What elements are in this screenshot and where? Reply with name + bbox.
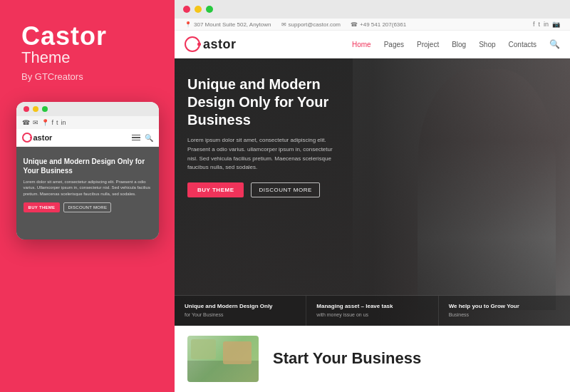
hero-title: Unique and Modern Design Only for Your B… bbox=[187, 76, 358, 129]
mobile-hero-buttons: BUY THEME DISCOUNT MORE bbox=[24, 202, 152, 212]
envelope-icon: ✉ bbox=[281, 21, 286, 28]
desktop-site: 📍 307 Mount Suite 502, Anytown ✉ support… bbox=[175, 19, 570, 392]
mobile-logo: astor bbox=[22, 133, 53, 143]
linkedin-icon: in bbox=[61, 119, 66, 126]
phone-icon: ☎ bbox=[22, 119, 30, 126]
hero-feature-1-text: for Your Business bbox=[185, 311, 296, 319]
info-bar-address: 📍 307 Mount Suite 502, Anytown bbox=[185, 21, 271, 28]
mobile-hero: Unique and Modern Design Only for Your B… bbox=[16, 147, 159, 239]
hero-feature-2-text: with money issue on us bbox=[316, 311, 428, 319]
mobile-nav-bar: ☎ ✉ 📍 f t in bbox=[16, 116, 159, 129]
mobile-dot-red bbox=[24, 106, 29, 112]
nav-item-contacts[interactable]: Contacts bbox=[509, 41, 537, 48]
map-pin-icon: 📍 bbox=[185, 21, 192, 28]
email-text: support@castor.com bbox=[289, 21, 341, 28]
info-bar-left: 📍 307 Mount Suite 502, Anytown ✉ support… bbox=[185, 21, 406, 28]
mobile-mockup: ☎ ✉ 📍 f t in astor 🔍 bbox=[16, 102, 159, 239]
nav-logo-text: astor bbox=[203, 37, 237, 52]
nav-logo: astor bbox=[185, 36, 237, 52]
start-section: Start Your Business bbox=[175, 326, 570, 392]
nav-item-project[interactable]: Project bbox=[417, 41, 439, 48]
mobile-discount-button[interactable]: DISCOUNT MORE bbox=[63, 202, 111, 212]
hero-buttons: BUY THEME DISCOUNT MORE bbox=[187, 182, 557, 197]
hero-feature-2: Managing asset – leave task with money i… bbox=[306, 296, 438, 326]
nav-logo-dot bbox=[197, 43, 201, 46]
nav-menu: Home Pages Project Blog Shop Contacts 🔍 bbox=[352, 39, 560, 49]
hero-feature-3-title: We help you to Grow Your bbox=[449, 303, 560, 309]
mobile-hero-content: Unique and Modern Design Only for Your B… bbox=[24, 157, 152, 212]
mobile-dot-yellow bbox=[33, 106, 38, 112]
hero-feature-2-title: Managing asset – leave task bbox=[316, 303, 428, 309]
mobile-header: astor 🔍 bbox=[16, 129, 159, 147]
hero-feature-3-text: Business bbox=[449, 311, 560, 319]
info-bar-email: ✉ support@castor.com bbox=[281, 21, 341, 28]
chrome-dot-red bbox=[183, 6, 190, 13]
hero-content: Unique and Modern Design Only for Your B… bbox=[175, 58, 570, 295]
mobile-search-icon[interactable]: 🔍 bbox=[145, 134, 153, 142]
mobile-dot-green bbox=[42, 106, 48, 112]
mobile-hero-title: Unique and Modern Design Only for Your B… bbox=[24, 157, 152, 175]
hero-feature-1: Unique and Modern Design Only for Your B… bbox=[175, 296, 306, 326]
nav-item-blog[interactable]: Blog bbox=[452, 41, 466, 48]
twitter-icon[interactable]: t bbox=[538, 21, 540, 28]
info-bar: 📍 307 Mount Suite 502, Anytown ✉ support… bbox=[175, 19, 570, 31]
mobile-logo-c-icon bbox=[22, 133, 32, 143]
chrome-dot-green bbox=[206, 6, 213, 13]
start-title: Start Your Business bbox=[273, 349, 557, 368]
by-line: By GTCreators bbox=[21, 71, 83, 82]
info-bar-phone: ☎ +49 541 207(6361 bbox=[351, 21, 406, 28]
chrome-dot-yellow bbox=[195, 6, 202, 13]
hero-feature-3: We help you to Grow Your Business bbox=[439, 296, 570, 326]
nav-item-home[interactable]: Home bbox=[352, 41, 371, 48]
nav-search-icon[interactable]: 🔍 bbox=[549, 39, 560, 49]
main-nav: astor Home Pages Project Blog Shop Conta… bbox=[175, 31, 570, 58]
right-panel: 📍 307 Mount Suite 502, Anytown ✉ support… bbox=[175, 0, 570, 392]
mobile-top-bar bbox=[16, 102, 159, 116]
hero-features: Unique and Modern Design Only for Your B… bbox=[175, 295, 570, 326]
brand-title: Castor bbox=[21, 21, 107, 51]
nav-item-shop[interactable]: Shop bbox=[479, 41, 495, 48]
left-panel: Castor Theme By GTCreators ☎ ✉ 📍 f t in bbox=[0, 0, 175, 392]
nav-item-pages[interactable]: Pages bbox=[384, 41, 404, 48]
facebook-icon[interactable]: f bbox=[533, 21, 535, 28]
hero-feature-1-title: Unique and Modern Design Only bbox=[185, 303, 296, 309]
phone-icon: ☎ bbox=[351, 21, 358, 28]
info-bar-social: f t in 📷 bbox=[533, 21, 560, 28]
brand-subtitle: Theme bbox=[21, 48, 70, 67]
mobile-logo-text: astor bbox=[33, 133, 53, 142]
facebook-icon: f bbox=[52, 119, 54, 126]
twitter-icon: t bbox=[56, 119, 58, 126]
nav-logo-c-icon bbox=[185, 36, 200, 52]
phone-text: +49 541 207(6361 bbox=[360, 21, 406, 28]
mobile-buy-theme-button[interactable]: BUY THEME bbox=[24, 202, 61, 212]
hero-section: Unique and Modern Design Only for Your B… bbox=[175, 58, 570, 326]
mobile-menu-icon[interactable] bbox=[132, 135, 140, 141]
start-text-area: Start Your Business bbox=[273, 349, 557, 368]
desktop-top-chrome bbox=[175, 0, 570, 19]
pin-icon: 📍 bbox=[41, 119, 49, 126]
email-icon: ✉ bbox=[33, 119, 38, 126]
buy-theme-button[interactable]: BUY THEME bbox=[187, 182, 244, 197]
camera-icon[interactable]: 📷 bbox=[552, 21, 560, 28]
address-text: 307 Mount Suite 502, Anytown bbox=[194, 21, 271, 28]
hero-text: Lorem ipsum dolor sit amet, consectetur … bbox=[187, 136, 344, 172]
mobile-hero-text: Lorem dolor sit amet, consectetur adipis… bbox=[24, 179, 152, 197]
instagram-icon[interactable]: in bbox=[544, 21, 549, 28]
start-section-image bbox=[187, 336, 259, 382]
mobile-nav-icons: ☎ ✉ 📍 f t in bbox=[22, 119, 66, 126]
discount-more-button[interactable]: DISCOUNT MORE bbox=[251, 182, 319, 197]
